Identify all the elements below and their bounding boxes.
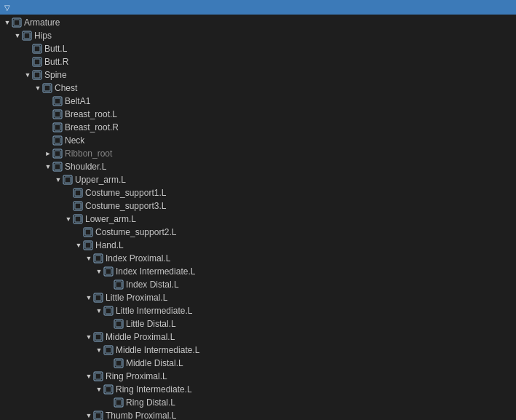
arrow-right[interactable] [44,149,52,158]
arrow-down[interactable] [95,385,103,394]
tree-item[interactable]: Butt.R [0,55,516,68]
item-label: Spine [44,70,67,80]
tree-item[interactable]: Ribbon_root [0,147,516,160]
tree-item[interactable]: Shoulder.L [0,160,516,173]
item-label: Ring Distal.L [126,397,175,408]
arrow-down[interactable] [95,267,103,276]
arrow-down[interactable] [74,241,83,250]
tree-item[interactable]: Armature [0,16,516,29]
svg-rect-33 [85,229,91,235]
bone-icon [103,384,114,395]
tree-item[interactable]: Costume_support1.L [0,186,516,199]
svg-rect-21 [55,151,60,156]
svg-rect-17 [55,124,60,130]
item-label: Butt.R [44,57,68,67]
tree-item[interactable]: Costume_support2.L [0,226,516,239]
tree-item[interactable]: Little Proximal.L [0,291,516,304]
tree-item[interactable]: Little Distal.L [0,317,516,330]
arrow-down[interactable] [23,71,32,79]
bone-icon [93,293,103,303]
tree-item[interactable]: Ring Proximal.L [0,370,516,383]
tree-item[interactable]: Hand.L [0,239,516,252]
bone-icon [93,371,103,381]
svg-rect-15 [55,111,60,117]
arrow-down[interactable] [84,411,93,420]
item-label: Index Intermediate.L [116,266,195,277]
arrow-empty [23,58,32,66]
item-label: Thumb Proximal.L [106,411,176,420]
arrow-empty [64,202,73,210]
arrow-down[interactable] [64,215,73,223]
item-label: Little Proximal.L [106,293,167,303]
arrow-down[interactable] [84,293,93,302]
tree-item[interactable]: Index Intermediate.L [0,265,516,278]
tree-item[interactable]: Index Distal.L [0,278,516,291]
bone-icon [32,70,42,80]
svg-rect-13 [55,98,60,104]
arrow-down[interactable] [44,162,52,171]
bone-icon [103,306,114,316]
tree-item[interactable]: Ring Distal.L [0,396,516,409]
svg-rect-43 [95,295,101,301]
arrow-empty [44,123,52,132]
arrow-empty [64,189,73,197]
tree-item[interactable]: Hips [0,29,516,42]
bone-icon [52,148,63,159]
arrow-empty [105,398,114,407]
bone-icon [73,188,83,198]
arrow-empty [44,136,52,145]
svg-rect-27 [75,190,81,196]
arrow-down[interactable] [84,333,93,341]
tree-item[interactable]: Little Intermediate.L [0,304,516,317]
svg-rect-45 [106,308,111,314]
tree-item[interactable]: Breast_root.L [0,108,516,121]
arrow-down[interactable] [3,18,12,27]
bone-icon [73,201,83,211]
svg-rect-23 [55,164,60,170]
tree-item[interactable]: Middle Proximal.L [0,330,516,344]
bone-icon [114,397,124,408]
tree-item[interactable]: Neck [0,134,516,147]
item-label: Breast_root.R [65,122,119,132]
svg-rect-47 [116,321,122,327]
svg-rect-49 [95,334,101,340]
arrow-down[interactable] [84,254,93,263]
item-label: Index Proximal.L [106,253,170,264]
svg-rect-59 [116,400,122,405]
item-label: Chest [55,83,77,93]
bone-icon [52,135,63,146]
bone-icon [73,214,83,224]
bone-icon [103,345,114,355]
item-label: Costume_support3.L [85,201,166,211]
tree-item[interactable]: Index Proximal.L [0,252,516,265]
arrow-down[interactable] [33,84,42,92]
tree-item[interactable]: Chest [0,82,516,95]
tree-item[interactable]: Costume_support3.L [0,199,516,213]
tree-item[interactable]: Ring Intermediate.L [0,383,516,396]
tree-item[interactable]: Lower_arm.L [0,213,516,226]
svg-rect-61 [95,413,101,419]
item-label: Costume_support1.L [85,188,166,198]
item-label: Middle Intermediate.L [116,345,199,355]
arrow-down[interactable] [54,175,63,184]
tree-item[interactable]: Butt.L [0,42,516,55]
arrow-down[interactable] [13,31,22,40]
arrow-down[interactable] [84,372,93,381]
arrow-down[interactable] [95,346,103,354]
arrow-down[interactable] [95,306,103,315]
svg-rect-9 [34,72,40,78]
tree-item[interactable]: Middle Distal.L [0,357,516,370]
tree-item[interactable]: Spine [0,68,516,82]
svg-rect-39 [106,269,111,274]
svg-rect-35 [85,242,91,248]
tree-item[interactable]: Upper_arm.L [0,173,516,186]
tree-item[interactable]: Thumb Proximal.L [0,409,516,420]
item-label: Middle Distal.L [126,358,183,368]
tree-item[interactable]: Middle Intermediate.L [0,344,516,357]
tree-item[interactable]: Breast_root.R [0,121,516,134]
bone-icon [52,162,63,172]
svg-rect-57 [106,387,111,392]
svg-rect-41 [116,282,122,288]
tree-item[interactable]: BeltA1 [0,95,516,108]
tree-container[interactable]: Armature Hips Butt.L Butt.R Spine Chest … [0,15,516,420]
